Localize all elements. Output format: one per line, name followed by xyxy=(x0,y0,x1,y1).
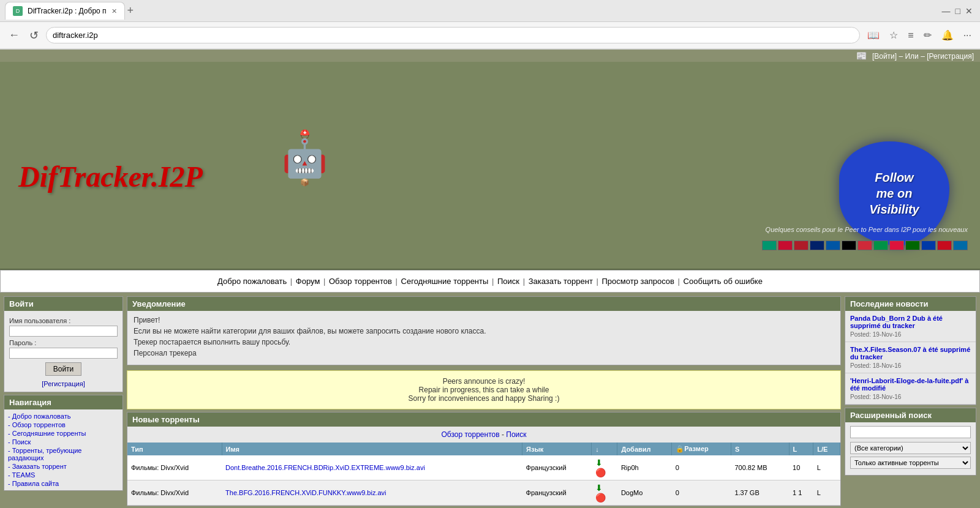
news-header: Последние новости xyxy=(845,297,976,311)
nav-welcome[interactable]: Добро пожаловать xyxy=(217,277,287,286)
nav-today[interactable]: Сегодняшние торренты xyxy=(401,277,489,286)
alert-icon: 🔴 xyxy=(595,493,614,502)
flag-gb[interactable] xyxy=(810,241,824,250)
tab-close-button[interactable]: ✕ xyxy=(111,7,117,15)
tab-favicon: D xyxy=(13,6,23,16)
nav-item-search[interactable]: - Поиск xyxy=(8,438,119,446)
col-le: L/E xyxy=(813,443,840,455)
flag-de[interactable] xyxy=(842,241,856,250)
row-le: L xyxy=(813,480,840,506)
news-scroll: Panda Dub_Born 2 Dub à été supprimé du t… xyxy=(845,311,976,405)
row-size: 700.82 MB xyxy=(731,455,789,480)
back-button[interactable]: ← xyxy=(6,26,22,44)
alert-icon: 🔴 xyxy=(595,468,614,477)
register-sidebar-link[interactable]: [Регистрация] xyxy=(42,380,85,387)
reader-view-button[interactable]: 📖 xyxy=(865,27,882,43)
news-item: Panda Dub_Born 2 Dub à été supprimé du t… xyxy=(845,311,976,342)
more-button[interactable]: ··· xyxy=(961,28,974,43)
row-seeds: 0 xyxy=(672,455,731,480)
address-bar[interactable] xyxy=(46,27,860,43)
bell-button[interactable]: 🔔 xyxy=(939,27,956,43)
login-button[interactable]: Войти xyxy=(45,362,82,376)
download-icon: ⬇ xyxy=(595,483,614,493)
nav-item-teams[interactable]: - TEAMS xyxy=(8,471,119,479)
flag-nl[interactable] xyxy=(794,241,809,250)
row-added: Rip0h xyxy=(617,455,672,480)
flag-es[interactable] xyxy=(937,241,952,250)
torrent-link[interactable]: Dont.Breathe.2016.FRENCH.BDRip.XviD.EXTR… xyxy=(225,464,425,471)
row-le: L xyxy=(813,455,840,480)
flag-bg[interactable] xyxy=(762,241,777,250)
nav-search[interactable]: Поиск xyxy=(497,277,519,286)
nav-view-requests[interactable]: Просмотр запросов xyxy=(602,277,674,286)
nav-request[interactable]: Заказать торрент xyxy=(529,277,593,286)
sidebar-right: Последние новости Panda Dub_Born 2 Dub à… xyxy=(845,296,976,506)
menu-button[interactable]: ≡ xyxy=(905,28,916,43)
col-type: Тип xyxy=(127,443,222,455)
follow-me-splash[interactable]: Follow me on Visibility xyxy=(839,141,949,252)
news-box: Последние новости Panda Dub_Born 2 Dub à… xyxy=(845,296,976,405)
news-item: 'Henri-Laborit-Eloge-de-la-fuite.pdf' à … xyxy=(845,373,976,405)
yellow-line2: Repair in progress, this can take a whil… xyxy=(134,386,834,394)
nav-browse[interactable]: Обзор торрентов xyxy=(329,277,392,286)
nav-item-browse[interactable]: - Обзор торрентов xyxy=(8,420,119,429)
browser-nav: ← ↺ 📖 ☆ ≡ ✏ 🔔 ··· xyxy=(0,22,980,49)
flag-pt[interactable] xyxy=(905,241,920,250)
new-tab-button[interactable]: + xyxy=(127,4,134,17)
password-label: Пароль : xyxy=(9,339,118,346)
password-input[interactable] xyxy=(9,348,118,359)
search-link[interactable]: Поиск xyxy=(506,430,526,439)
filter-select[interactable]: Только активные торренты xyxy=(850,457,971,469)
nav-item-request[interactable]: - Заказать торрент xyxy=(8,462,119,471)
advanced-search-content: (Все категории) Только активные торренты xyxy=(845,422,976,475)
notification-header: Уведомление xyxy=(127,297,840,311)
news-link[interactable]: The.X.Files.Season.07 à été supprimé du … xyxy=(850,346,971,360)
advanced-search-box: Расширенный поиск (Все категории) Только… xyxy=(845,408,976,476)
category-select[interactable]: (Все категории) xyxy=(850,442,971,454)
rss-icon[interactable]: 📰 xyxy=(856,51,867,61)
torrent-link[interactable]: The.BFG.2016.FRENCH.XViD.FUNKKY.www9.biz… xyxy=(225,489,386,496)
username-input[interactable] xyxy=(9,326,118,337)
browse-link[interactable]: Обзор торрентов xyxy=(441,430,499,439)
nav-item-welcome[interactable]: - Добро пожаловать xyxy=(8,412,119,420)
maximize-button[interactable]: □ xyxy=(956,6,960,16)
torrents-section: Новые торренты Обзор торрентов - Поиск Т… xyxy=(127,412,841,506)
login-content: Имя пользователя : Пароль : Войти [Регис… xyxy=(4,311,123,392)
minimize-button[interactable]: — xyxy=(942,6,951,16)
row-type: Фильмы: Divx/Xvid xyxy=(127,480,222,506)
nav-item-today[interactable]: - Сегодняшние торренты xyxy=(8,429,119,438)
login-box: Войти Имя пользователя : Пароль : Войти … xyxy=(4,296,123,392)
news-link[interactable]: Panda Dub_Born 2 Dub à été supprimé du t… xyxy=(850,315,971,329)
nav-sidebar-box: Навигация - Добро пожаловать - Обзор тор… xyxy=(4,395,123,491)
header-subtitle: Quelques conseils pour le Peer to Peer d… xyxy=(766,226,968,233)
flag-se[interactable] xyxy=(953,241,968,250)
nav-report-error[interactable]: Сообщить об ошибке xyxy=(684,277,763,286)
nav-item-seeders[interactable]: - Торренты, требующие раздающих xyxy=(8,446,119,462)
reload-button[interactable]: ↺ xyxy=(27,26,41,45)
news-link[interactable]: 'Henri-Laborit-Eloge-de-la-fuite.pdf' à … xyxy=(850,377,971,392)
notif-line3: Трекер постарается выполнить вашу просьб… xyxy=(134,338,834,346)
edit-button[interactable]: ✏ xyxy=(921,27,934,43)
flag-hu[interactable] xyxy=(858,241,872,250)
flag-it[interactable] xyxy=(873,241,888,250)
flag-ru[interactable] xyxy=(921,241,936,250)
nav-forum[interactable]: Форум xyxy=(296,277,320,286)
notif-line1: Привет! xyxy=(134,316,834,324)
page-wrapper: 📰 [Войти] – Или – [Регистрация] DifTrack… xyxy=(0,50,980,508)
main-content: Уведомление Привет! Если вы не можете на… xyxy=(127,296,841,506)
download-icon: ⬇ xyxy=(595,458,614,468)
browser-tab[interactable]: D DifTracker.i2p : Добро п ✕ xyxy=(5,2,125,20)
login-link[interactable]: [Войти] xyxy=(872,52,897,61)
news-date: Posted: 18-Nov-16 xyxy=(850,362,901,369)
main-layout: Войти Имя пользователя : Пароль : Войти … xyxy=(0,293,980,508)
nav-item-rules[interactable]: - Правила сайта xyxy=(8,479,119,488)
register-link[interactable]: [Регистрация] xyxy=(927,52,974,61)
flag-fr[interactable] xyxy=(826,241,840,250)
top-bar: 📰 [Войти] – Или – [Регистрация] xyxy=(0,50,980,62)
close-button[interactable]: ✕ xyxy=(965,6,973,16)
row-name: Dont.Breathe.2016.FRENCH.BDRip.XviD.EXTR… xyxy=(222,455,522,480)
bookmark-button[interactable]: ☆ xyxy=(887,27,900,43)
advanced-search-input[interactable] xyxy=(850,426,971,438)
flag-dk[interactable] xyxy=(778,241,793,250)
flag-pl[interactable] xyxy=(889,241,904,250)
